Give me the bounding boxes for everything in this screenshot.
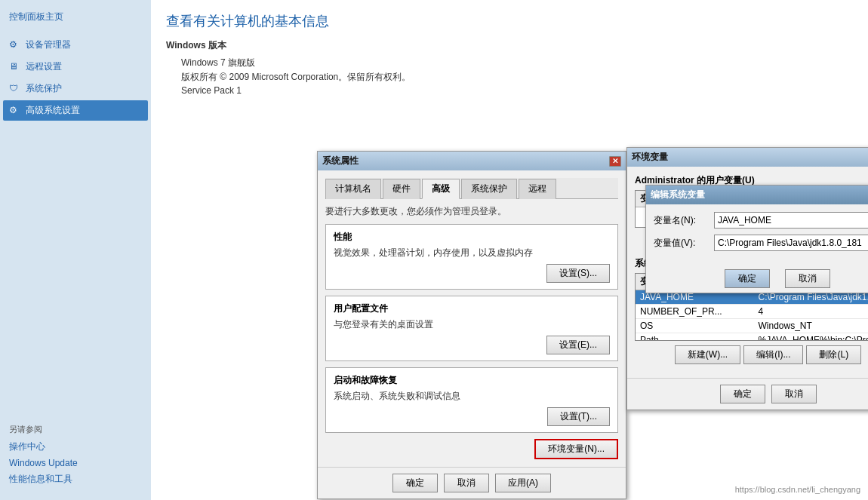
startup-desc: 系统启动、系统失败和调试信息: [334, 390, 610, 403]
env-dialog-titlebar[interactable]: 环境变量 ✕: [627, 148, 868, 167]
sidebar-item-label: 设备管理器: [26, 38, 71, 51]
sidebar-item-label: 远程设置: [26, 60, 62, 73]
edit-var-body: 变量名(N): 变量值(V):: [646, 204, 868, 265]
sidebar-item-advanced-settings[interactable]: ⚙ 高级系统设置: [3, 100, 148, 121]
main-content: 查看有关计算机的基本信息 Windows 版本 Windows 7 旗舰版 版权…: [151, 0, 868, 500]
sys-props-title-buttons: ✕: [609, 156, 621, 167]
startup-settings-button[interactable]: 设置(T)...: [547, 407, 610, 426]
sidebar-item-remote-settings[interactable]: 🖥 远程设置: [3, 57, 148, 77]
advanced-settings-icon: ⚙: [9, 105, 21, 117]
var-name-input[interactable]: [714, 212, 868, 229]
sidebar-bottom-links: 另请参阅 操作中心 Windows Update 性能信息和工具: [0, 403, 151, 494]
sidebar-item-device-manager[interactable]: ⚙ 设备管理器: [3, 35, 148, 55]
env-dialog-footer: 确定 取消: [627, 378, 868, 410]
sidebar-item-system-protection[interactable]: 🛡 系统保护: [3, 78, 148, 99]
sys-var-delete-button[interactable]: 删除(L): [806, 345, 861, 364]
user-profile-settings-button[interactable]: 设置(E)...: [546, 336, 610, 354]
var-value-label: 变量值(V):: [654, 237, 714, 250]
sys-var-value: 4: [753, 305, 868, 319]
admin-note: 要进行大多数更改，您必须作为管理员登录。: [325, 205, 618, 218]
sidebar-item-label: 高级系统设置: [26, 104, 80, 117]
sys-props-cancel-button[interactable]: 取消: [444, 474, 489, 492]
var-name-row: 变量名(N):: [654, 212, 868, 229]
env-var-button[interactable]: 环境变量(N)...: [534, 439, 618, 459]
system-protection-icon: 🛡: [9, 83, 21, 95]
var-value-input[interactable]: [714, 235, 868, 251]
sidebar-link-windows-update[interactable]: Windows Update: [0, 456, 151, 471]
edit-var-titlebar[interactable]: 编辑系统变量 ✕: [646, 186, 868, 204]
sys-var-name: Path: [636, 333, 753, 342]
sys-props-apply-button[interactable]: 应用(A): [495, 474, 551, 492]
var-value-row: 变量值(V):: [654, 235, 868, 251]
tab-remote[interactable]: 远程: [519, 179, 556, 199]
tab-computer-name[interactable]: 计算机名: [325, 179, 381, 199]
edit-var-cancel-button[interactable]: 取消: [785, 269, 830, 288]
sidebar-item-label: 系统保护: [26, 82, 62, 95]
sidebar-link-action-center[interactable]: 操作中心: [0, 438, 151, 456]
system-vars-buttons: 新建(W)... 编辑(I)... 删除(L): [635, 345, 868, 364]
watermark: https://blog.csdn.net/li_chengyang: [735, 485, 860, 494]
tab-hardware[interactable]: 硬件: [383, 179, 420, 199]
var-name-label: 变量名(N):: [654, 214, 714, 227]
tab-system-protection[interactable]: 系统保护: [461, 179, 517, 199]
sys-var-row[interactable]: NUMBER_OF_PR...4: [636, 305, 868, 319]
performance-section: 性能 视觉效果，处理器计划，内存使用，以及虚拟内存 设置(S)...: [325, 224, 618, 290]
sidebar-section-label: 另请参阅: [0, 418, 151, 438]
sys-props-body: 计算机名 硬件 高级 系统保护 远程 要进行大多数更改，您必须作为管理: [318, 170, 626, 467]
sys-props-tab-bar: 计算机名 硬件 高级 系统保护 远程: [325, 178, 618, 199]
sys-var-row[interactable]: OSWindows_NT: [636, 319, 868, 333]
sys-props-titlebar[interactable]: 系统属性 ✕: [318, 152, 626, 170]
edit-var-dialog: 编辑系统变量 ✕ 变量名(N): 变量值(V): 确定 取消: [645, 185, 868, 293]
sys-var-value: %JAVA_HOME%\bin;C:\Program File...: [753, 333, 868, 342]
env-dialog-title: 环境变量: [632, 151, 668, 164]
sys-var-name: OS: [636, 319, 753, 333]
env-dialog-ok-button[interactable]: 确定: [720, 385, 765, 403]
performance-settings-button[interactable]: 设置(S)...: [546, 264, 610, 283]
sidebar-top-link[interactable]: 控制面板主页: [0, 6, 151, 28]
remote-settings-icon: 🖥: [9, 61, 21, 73]
sys-var-edit-button[interactable]: 编辑(I)...: [743, 345, 803, 364]
sidebar-link-performance[interactable]: 性能信息和工具: [0, 471, 151, 488]
sys-props-title: 系统属性: [322, 155, 359, 167]
sys-var-new-button[interactable]: 新建(W)...: [675, 345, 740, 364]
device-manager-icon: ⚙: [9, 39, 21, 51]
startup-title: 启动和故障恢复: [334, 374, 610, 387]
dialogs-area: 系统属性 ✕ 计算机名 硬件 高级: [151, 0, 868, 500]
user-profile-title: 用户配置文件: [334, 302, 610, 315]
env-dialog-cancel-button[interactable]: 取消: [771, 385, 817, 403]
edit-var-title: 编辑系统变量: [651, 189, 705, 201]
sys-var-value: Windows_NT: [753, 319, 868, 333]
sys-var-name: NUMBER_OF_PR...: [636, 305, 753, 319]
sidebar: 控制面板主页 ⚙ 设备管理器 🖥 远程设置 🛡 系统保护 ⚙ 高级系统设置 另请…: [0, 0, 151, 500]
performance-desc: 视觉效果，处理器计划，内存使用，以及虚拟内存: [334, 247, 610, 259]
performance-title: 性能: [334, 231, 610, 244]
edit-var-footer: 确定 取消: [646, 265, 868, 293]
user-profile-desc: 与您登录有关的桌面设置: [334, 318, 610, 331]
tab-advanced[interactable]: 高级: [422, 179, 460, 199]
startup-section: 启动和故障恢复 系统启动、系统失败和调试信息 设置(T)...: [325, 367, 618, 433]
sys-props-footer: 确定 取消 应用(A): [318, 467, 626, 498]
user-profile-section: 用户配置文件 与您登录有关的桌面设置 设置(E)...: [325, 296, 618, 361]
sys-props-ok-button[interactable]: 确定: [392, 474, 438, 492]
sys-var-row[interactable]: Path%JAVA_HOME%\bin;C:\Program File...: [636, 333, 868, 342]
sys-props-close-button[interactable]: ✕: [609, 156, 621, 167]
sys-props-dialog: 系统属性 ✕ 计算机名 硬件 高级: [317, 151, 626, 499]
edit-var-ok-button[interactable]: 确定: [725, 269, 770, 288]
